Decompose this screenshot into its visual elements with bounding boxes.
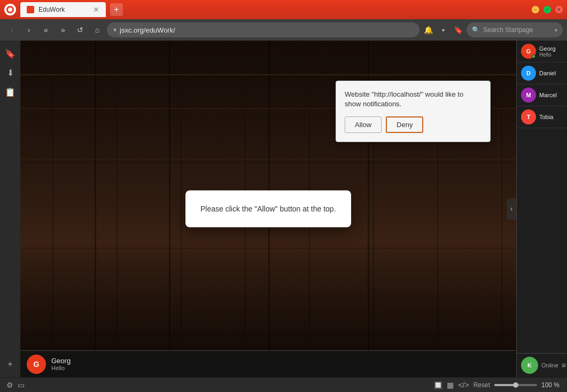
chat-avatar-tobia: T — [521, 109, 536, 124]
content-area: Website "http://localhost/" would like t… — [20, 41, 516, 377]
allow-button[interactable]: Allow — [345, 116, 382, 133]
pillar-1 — [95, 41, 96, 377]
tab-close-button[interactable]: ✕ — [93, 5, 99, 14]
sidebar-notes[interactable]: 📋 — [2, 83, 19, 100]
search-icon: 🔍 — [472, 26, 480, 34]
url-text: jsxc.org/eduWork/ — [120, 26, 413, 34]
hamburger-icon[interactable]: ≡ — [562, 361, 566, 370]
chat-item-daniel[interactable]: D Daniel — [517, 62, 567, 84]
notification-popup: Website "http://localhost/" would like t… — [336, 81, 491, 142]
chat-name-georg: Georg — [539, 45, 563, 52]
nav-action-icons: 🔔 ▾ 🔖 — [422, 23, 464, 36]
active-tab[interactable]: EduWork ✕ — [20, 2, 106, 17]
chat-avatar-wrap-tobia: T — [521, 109, 536, 124]
tab-title: EduWork — [38, 6, 89, 13]
title-bar: EduWork ✕ + − □ ✕ — [0, 0, 567, 19]
deny-button[interactable]: Deny — [386, 116, 423, 133]
modal-text: Please click the "Allow" button at the t… — [200, 203, 336, 215]
search-placeholder-text: Search Startpage — [483, 26, 533, 34]
sidebar-add[interactable]: + — [2, 356, 19, 373]
home-button[interactable]: ⌂ — [90, 22, 105, 37]
bell-icon[interactable]: 🔔 — [422, 23, 434, 36]
dropdown-icon[interactable]: ▾ — [437, 23, 449, 36]
window-controls: − □ ✕ — [532, 6, 563, 13]
online-status-text: Online — [541, 362, 558, 369]
online-dot-georg — [532, 54, 535, 58]
bottom-chat-message: Hello — [51, 365, 510, 371]
bottom-chat-avatar[interactable]: G — [27, 355, 46, 374]
bookmark-icon[interactable]: 🔖 — [452, 23, 464, 36]
main-area: 🔖 ⬇ 📋 + Website "http://local — [0, 41, 567, 377]
notification-buttons: Allow Deny — [345, 116, 481, 133]
zoom-level-text: 100 % — [541, 381, 561, 389]
sidebar-bookmarks[interactable]: 🔖 — [2, 45, 19, 62]
zoom-slider[interactable] — [494, 384, 537, 386]
chat-info-georg: Georg Hello — [539, 45, 563, 58]
center-modal: Please click the "Allow" button at the t… — [185, 191, 351, 228]
zoom-handle[interactable] — [513, 382, 518, 388]
bottom-right-chat-online[interactable]: K Online ≡ — [517, 353, 567, 377]
online-avatar: K — [521, 357, 538, 374]
page-view-icon[interactable]: 🔲 — [433, 381, 442, 389]
chat-avatar-daniel: D — [521, 66, 536, 81]
address-dropdown-icon: ▾ — [113, 26, 116, 34]
search-bar[interactable]: 🔍 Search Startpage ▾ — [467, 22, 563, 37]
browser-logo — [4, 4, 16, 15]
chat-name-marcel: Marcel — [539, 92, 563, 98]
chat-msg-georg: Hello — [539, 52, 563, 58]
minimize-button[interactable]: − — [532, 6, 539, 13]
monitor-icon[interactable]: ▦ — [447, 381, 454, 389]
reset-label[interactable]: Reset — [473, 381, 490, 389]
browser-window: EduWork ✕ + − □ ✕ ‹ › « » ↺ ⌂ ▾ jsxc.org… — [0, 0, 567, 392]
chat-info-tobia: Tobia — [539, 114, 563, 120]
chat-avatar-marcel: M — [521, 88, 536, 103]
bottom-chat-bar: G Georg Hello — [20, 350, 516, 377]
zoom-fill — [494, 384, 516, 386]
close-button[interactable]: ✕ — [555, 6, 563, 13]
back-button[interactable]: ‹ — [4, 22, 19, 37]
chat-info-marcel: Marcel — [539, 92, 563, 98]
bottom-chat-info: Georg Hello — [51, 357, 510, 371]
chat-avatar-wrap-marcel: M — [521, 88, 536, 103]
chat-name-tobia: Tobia — [539, 114, 563, 120]
status-bar: ⚙ ▭ 🔲 ▦ </> Reset 100 % — [0, 377, 567, 392]
new-tab-button[interactable]: + — [110, 3, 123, 16]
bottom-chat-avatar-letter: G — [34, 360, 40, 369]
pillar-2 — [169, 41, 170, 377]
sidebar-downloads[interactable]: ⬇ — [2, 64, 19, 81]
fastforward-button[interactable]: » — [56, 22, 71, 37]
chat-avatar-wrap-georg: G — [521, 44, 536, 59]
chat-avatar-wrap-daniel: D — [521, 66, 536, 81]
left-sidebar: 🔖 ⬇ 📋 + — [0, 41, 20, 377]
chat-name-daniel: Daniel — [539, 70, 563, 76]
chat-item-marcel[interactable]: M Marcel — [517, 84, 567, 106]
chat-info-daniel: Daniel — [539, 70, 563, 76]
code-icon[interactable]: </> — [458, 381, 469, 389]
address-bar[interactable]: ▾ jsxc.org/eduWork/ — [107, 22, 420, 37]
chat-item-georg[interactable]: G Georg Hello — [517, 41, 567, 62]
beam-3 — [20, 159, 516, 160]
rewind-button[interactable]: « — [38, 22, 53, 37]
restore-button[interactable]: □ — [543, 6, 551, 13]
settings-icon[interactable]: ⚙ — [6, 381, 13, 389]
screen-icon[interactable]: ▭ — [18, 381, 25, 389]
beam-1 — [20, 74, 516, 75]
chat-sidebar: G Georg Hello D Daniel M — [516, 41, 567, 377]
chat-item-tobia[interactable]: T Tobia — [517, 106, 567, 128]
reload-button[interactable]: ↺ — [73, 22, 88, 37]
navigation-bar: ‹ › « » ↺ ⌂ ▾ jsxc.org/eduWork/ 🔔 ▾ 🔖 🔍 … — [0, 19, 567, 41]
tab-favicon — [27, 6, 34, 13]
search-dropdown-icon[interactable]: ▾ — [555, 27, 557, 33]
forward-button[interactable]: › — [21, 22, 36, 37]
content-scroll-arrow[interactable]: › — [507, 198, 516, 219]
notification-message: Website "http://localhost/" would like t… — [345, 90, 481, 109]
bottom-chat-name: Georg — [51, 357, 510, 365]
